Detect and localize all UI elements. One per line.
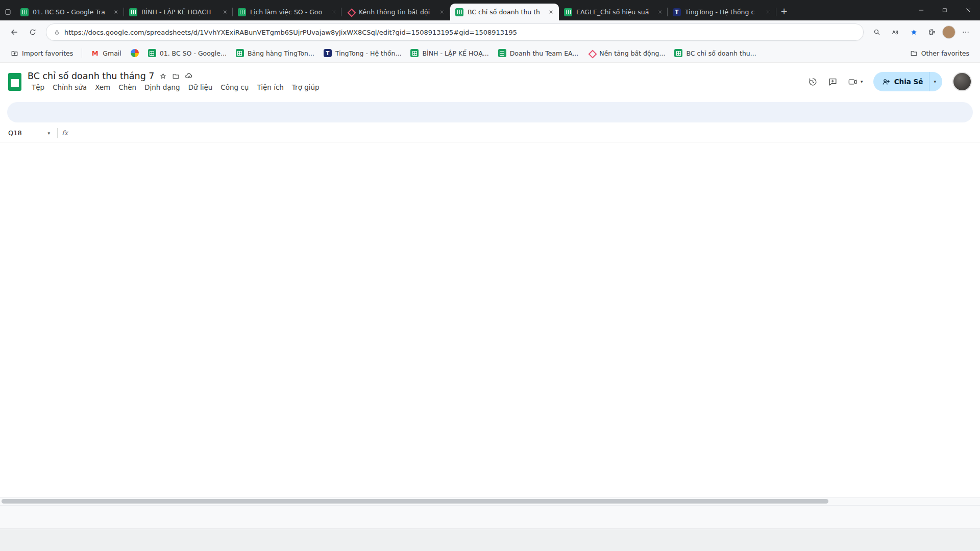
browser-tab-strip: 01. BC SO - Google TraBÌNH - LẬP KẾ HOẠC… (15, 0, 776, 20)
bookmark-item-2[interactable] (126, 47, 143, 59)
browser-tab-title: EAGLE_Chỉ số hiệu suấ (576, 8, 652, 16)
menu-6[interactable]: Dữ liệu (184, 82, 217, 92)
favicon-photos (131, 49, 139, 57)
comments-icon[interactable] (828, 77, 838, 87)
favorite-star-icon[interactable] (905, 24, 922, 40)
share-label: Chia Sẻ (894, 78, 923, 86)
horizontal-scrollbar-thumb[interactable] (2, 499, 828, 504)
import-favorites-icon (11, 49, 18, 57)
fx-icon: fx (62, 129, 68, 137)
back-button[interactable] (6, 24, 22, 40)
browser-titlebar: 01. BC SO - Google TraBÌNH - LẬP KẾ HOẠC… (0, 0, 980, 20)
browser-tab-1[interactable]: 01. BC SO - Google Tra (15, 4, 124, 20)
tab-close-icon[interactable] (330, 9, 337, 15)
share-button[interactable]: Chia Sẻ ▾ (873, 72, 942, 91)
bookmark-list: MGmail01. BC SO - Google...Bảng hàng Tin… (86, 47, 761, 59)
bookmark-item-8[interactable]: Nền tảng bất động... (583, 47, 670, 59)
bookmark-item-7[interactable]: Doanh thu Team EA... (494, 47, 583, 59)
menu-2[interactable]: Chỉnh sửa (48, 82, 91, 92)
browser-tab-4[interactable]: Kênh thông tin bất đội (341, 4, 450, 20)
url-bar[interactable]: https://docs.google.com/spreadsheets/d/1… (46, 23, 864, 41)
lock-icon[interactable] (54, 29, 60, 36)
browser-tab-6[interactable]: EAGLE_Chỉ số hiệu suấ (559, 4, 668, 20)
account-avatar[interactable] (952, 72, 972, 91)
bookmark-item-6[interactable]: BÌNH - LẬP KẾ HOẠ... (406, 47, 493, 59)
favicon-gmail: M (91, 49, 99, 57)
browser-menu-icon[interactable] (958, 24, 974, 40)
spreadsheet-grid (0, 142, 980, 497)
bookmark-item-4[interactable]: Bảng hàng TingTon... (231, 47, 319, 59)
bookmark-item-1[interactable]: MGmail (86, 47, 126, 59)
bookmarks-divider (82, 48, 82, 58)
browser-tab-7[interactable]: TTingTong - Hệ thống c (668, 4, 776, 20)
browser-tab-title: 01. BC SO - Google Tra (33, 8, 108, 16)
window-close-button[interactable] (957, 0, 980, 20)
sheets-logo-icon[interactable] (8, 73, 21, 91)
favicon-sheets (236, 49, 244, 57)
tab-close-icon[interactable] (656, 9, 664, 15)
name-box-value: Q18 (8, 129, 22, 137)
import-favorites-button[interactable]: Import favorites (6, 47, 78, 59)
tab-close-icon[interactable] (765, 9, 772, 15)
new-tab-button[interactable]: + (776, 4, 792, 19)
browser-profile-avatar[interactable] (942, 26, 955, 39)
menu-3[interactable]: Xem (91, 82, 114, 92)
bookmark-item-9[interactable]: BC chỉ số doanh thu... (670, 47, 761, 59)
version-history-icon[interactable] (808, 77, 818, 87)
bookmark-label: Gmail (103, 49, 121, 57)
tab-close-icon[interactable] (221, 9, 229, 15)
menu-5[interactable]: Định dạng (140, 82, 184, 92)
star-icon[interactable] (159, 72, 167, 80)
tab-search-icon[interactable] (0, 3, 15, 20)
window-minimize-button[interactable] (910, 0, 933, 20)
tab-close-icon[interactable] (112, 9, 120, 15)
bookmark-item-3[interactable]: 01. BC SO - Google... (143, 47, 231, 59)
favicon-sheets (129, 8, 137, 16)
favicon-sheets (410, 49, 419, 57)
name-box-dropdown-icon: ▾ (47, 131, 50, 136)
screen: 01. BC SO - Google TraBÌNH - LẬP KẾ HOẠC… (0, 0, 980, 551)
browser-tab-3[interactable]: Lịch làm việc SO - Goo (233, 4, 341, 20)
move-folder-icon[interactable] (172, 72, 180, 80)
bookmark-label: BC chỉ số doanh thu... (686, 49, 756, 57)
bookmark-label: TingTong - Hệ thốn... (335, 49, 401, 57)
favicon-sheets (674, 49, 682, 57)
tab-close-icon[interactable] (547, 9, 555, 15)
menu-8[interactable]: Tiện ích (253, 82, 287, 92)
sheets-titlebox: BC chỉ số doanh thu tháng 7 TệpChỉnh sửa… (28, 71, 324, 92)
browser-tab-title: BÌNH - LẬP KẾ HOẠCH (141, 8, 217, 16)
browser-tab-title: Kênh thông tin bất đội (359, 8, 434, 16)
bookmark-label: Bảng hàng TingTon... (248, 49, 314, 57)
browser-navbar: https://docs.google.com/spreadsheets/d/1… (0, 20, 980, 44)
find-zoom-icon[interactable] (869, 24, 885, 40)
folder-icon (910, 49, 918, 57)
name-box[interactable]: Q18 ▾ (5, 129, 53, 137)
window-maximize-button[interactable] (933, 0, 957, 20)
menu-7[interactable]: Công cụ (216, 82, 253, 92)
bookmark-label: 01. BC SO - Google... (160, 49, 227, 57)
favicon-sheets (455, 8, 463, 16)
browser-tab-2[interactable]: BÌNH - LẬP KẾ HOẠCH (124, 4, 233, 20)
document-title[interactable]: BC chỉ số doanh thu tháng 7 (28, 71, 154, 81)
favicon-diamond (587, 49, 596, 57)
menu-1[interactable]: Tệp (28, 82, 48, 92)
bookmarks-bar: Import favorites MGmail01. BC SO - Googl… (0, 44, 980, 63)
favicon-sheets (20, 8, 29, 16)
browser-tab-title: TingTong - Hệ thống c (685, 8, 761, 16)
browser-tab-5[interactable]: BC chỉ số doanh thu th (450, 4, 559, 20)
tab-close-icon[interactable] (438, 9, 446, 15)
tab-divider (776, 8, 776, 16)
read-aloud-icon[interactable] (887, 24, 903, 40)
horizontal-scrollbar[interactable] (0, 497, 980, 505)
extensions-icon[interactable] (924, 24, 940, 40)
other-favorites-button[interactable]: Other favorites (905, 47, 974, 59)
bookmark-item-5[interactable]: TTingTong - Hệ thốn... (319, 47, 406, 59)
url-text: https://docs.google.com/spreadsheets/d/1… (64, 29, 517, 36)
reload-button[interactable] (24, 24, 41, 40)
favicon-sheets (564, 8, 572, 16)
meet-camera-icon[interactable]: ▾ (848, 77, 863, 87)
cloud-saved-icon[interactable] (185, 72, 193, 80)
menu-9[interactable]: Trợ giúp (288, 82, 324, 92)
menu-4[interactable]: Chèn (114, 82, 140, 92)
share-dropdown[interactable]: ▾ (929, 72, 942, 91)
